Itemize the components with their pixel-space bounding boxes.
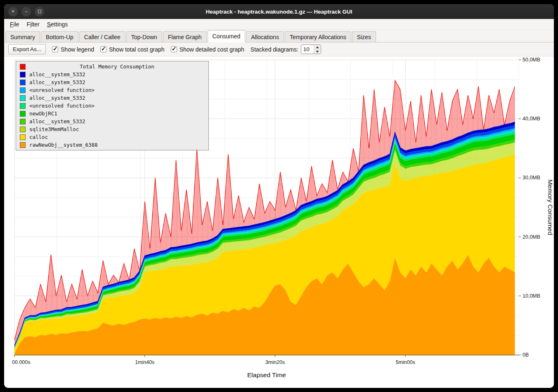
legend-label: calloc xyxy=(29,134,48,140)
export-as-button[interactable]: Export As... xyxy=(8,44,46,54)
checkbox-box[interactable] xyxy=(52,46,58,52)
legend-swatch-icon xyxy=(20,127,26,132)
legend-label: alloc__system_5332 xyxy=(29,79,85,85)
legend-label: newObjRC1 xyxy=(29,110,57,117)
legend-swatch-icon xyxy=(20,119,26,124)
legend-label: <unresolved function> xyxy=(29,87,95,93)
stacked-diagrams-spinner[interactable] xyxy=(301,45,321,54)
menu-settings[interactable]: Settings xyxy=(44,20,71,29)
legend-label: alloc__system_5332 xyxy=(29,118,85,124)
toolbar: Export As... Show legend Show total cost… xyxy=(4,42,554,56)
spin-up-button[interactable] xyxy=(314,45,321,49)
legend-swatch-icon xyxy=(20,111,26,117)
checkbox-label: Show legend xyxy=(61,46,94,53)
svg-text:5min00s: 5min00s xyxy=(396,359,415,365)
tab-bar: Summary Bottom-Up Caller / Callee Top-Do… xyxy=(4,30,554,42)
legend-swatch-icon xyxy=(20,87,26,93)
legend-swatch-icon xyxy=(20,103,26,109)
tab-caller-callee[interactable]: Caller / Callee xyxy=(79,31,125,42)
legend-label: alloc__system_5332 xyxy=(29,95,85,101)
minimize-glyph: – xyxy=(25,9,28,14)
legend-swatch-icon xyxy=(20,95,26,101)
legend-item: <unresolved function> xyxy=(16,86,208,94)
svg-text:50,0MB: 50,0MB xyxy=(523,57,540,63)
legend-label: rawNewObj__system_6388 xyxy=(29,142,98,148)
tab-consumed[interactable]: Consumed xyxy=(208,30,246,42)
legend-swatch-icon xyxy=(20,64,26,70)
legend-item: rawNewObj__system_6388 xyxy=(16,141,208,149)
heaptrack-window: ✕ – Heaptrack - heaptrack.wakunode.1.gz … xyxy=(4,4,554,388)
close-icon[interactable]: ✕ xyxy=(8,7,18,16)
svg-text:0B: 0B xyxy=(523,352,529,358)
legend-swatch-icon xyxy=(20,80,26,85)
checkbox-box[interactable] xyxy=(171,46,177,52)
show-total-cost-checkbox[interactable]: Show total cost graph xyxy=(100,46,165,53)
spin-up-icon xyxy=(316,46,319,48)
legend-item: sqlite3MemMalloc xyxy=(16,125,208,133)
spin-down-icon xyxy=(316,51,319,53)
legend-swatch-icon xyxy=(20,72,26,77)
tab-bottom-up[interactable]: Bottom-Up xyxy=(41,31,78,42)
tab-top-down[interactable]: Top-Down xyxy=(126,31,162,42)
show-detailed-cost-checkbox[interactable]: Show detailed cost graph xyxy=(171,46,244,53)
legend-label: sqlite3MemMalloc xyxy=(29,126,79,132)
legend-title-row: Total Memory Consumption xyxy=(16,63,208,70)
legend-label: <unresolved function> xyxy=(29,103,95,109)
legend-item: calloc xyxy=(16,133,208,141)
menu-file[interactable]: File xyxy=(7,20,23,29)
spinner-buttons xyxy=(314,45,321,54)
legend-item: alloc__system_5332 xyxy=(16,78,208,86)
svg-text:Elapsed Time: Elapsed Time xyxy=(247,371,286,378)
svg-text:3min20s: 3min20s xyxy=(265,359,285,365)
svg-text:Memory Consumed: Memory Consumed xyxy=(547,179,554,235)
tab-flame-graph[interactable]: Flame Graph xyxy=(163,31,207,42)
checkbox-label: Show detailed cost graph xyxy=(180,46,244,53)
checkbox-box[interactable] xyxy=(100,46,106,52)
legend-item: alloc__system_5332 xyxy=(16,70,208,78)
legend-label: alloc__system_5332 xyxy=(29,71,85,77)
checkbox-label: Show total cost graph xyxy=(109,46,165,53)
show-legend-checkbox[interactable]: Show legend xyxy=(52,46,94,53)
legend-item: <unresolved function> xyxy=(16,102,208,110)
legend-item: alloc__system_5332 xyxy=(16,94,208,102)
legend-item: newObjRC1 xyxy=(16,110,208,117)
svg-text:00.000s: 00.000s xyxy=(12,359,30,365)
maximize-icon[interactable] xyxy=(35,7,44,16)
close-glyph: ✕ xyxy=(11,9,14,14)
title-bar[interactable]: ✕ – Heaptrack - heaptrack.wakunode.1.gz … xyxy=(4,4,554,19)
tab-temporary-allocations[interactable]: Temporary Allocations xyxy=(285,31,351,42)
legend-swatch-icon xyxy=(20,142,26,148)
menu-bar: File Filter Settings xyxy=(4,19,554,30)
svg-text:20,0MB: 20,0MB xyxy=(523,234,540,240)
window-title: Heaptrack - heaptrack.wakunode.1.gz — He… xyxy=(4,9,554,15)
legend-swatch-icon xyxy=(20,134,26,140)
svg-text:30,0MB: 30,0MB xyxy=(523,175,540,181)
chart-region: 00.000s1min40s3min20s5min00s0B10,0MB20,0… xyxy=(4,56,554,388)
stacked-diagrams-control: Stacked diagrams: xyxy=(251,45,321,54)
legend-item: alloc__system_5332 xyxy=(16,117,208,125)
svg-text:10,0MB: 10,0MB xyxy=(523,293,540,299)
maximize-glyph xyxy=(38,10,41,13)
minimize-icon[interactable]: – xyxy=(21,7,31,16)
tab-summary[interactable]: Summary xyxy=(5,31,40,42)
menu-filter[interactable]: Filter xyxy=(24,20,43,29)
stacked-diagrams-input[interactable] xyxy=(301,45,314,54)
legend-label: Total Memory Consumption xyxy=(29,63,205,70)
window-controls: ✕ – xyxy=(8,4,44,19)
tab-sizes[interactable]: Sizes xyxy=(352,31,376,42)
tab-allocations[interactable]: Allocations xyxy=(246,31,284,42)
chart-legend: Total Memory Consumptionalloc__system_53… xyxy=(16,61,209,150)
stacked-diagrams-label: Stacked diagrams: xyxy=(251,46,298,53)
spin-down-button[interactable] xyxy=(314,49,321,54)
svg-text:40,0MB: 40,0MB xyxy=(523,116,540,122)
svg-text:1min40s: 1min40s xyxy=(135,359,154,365)
